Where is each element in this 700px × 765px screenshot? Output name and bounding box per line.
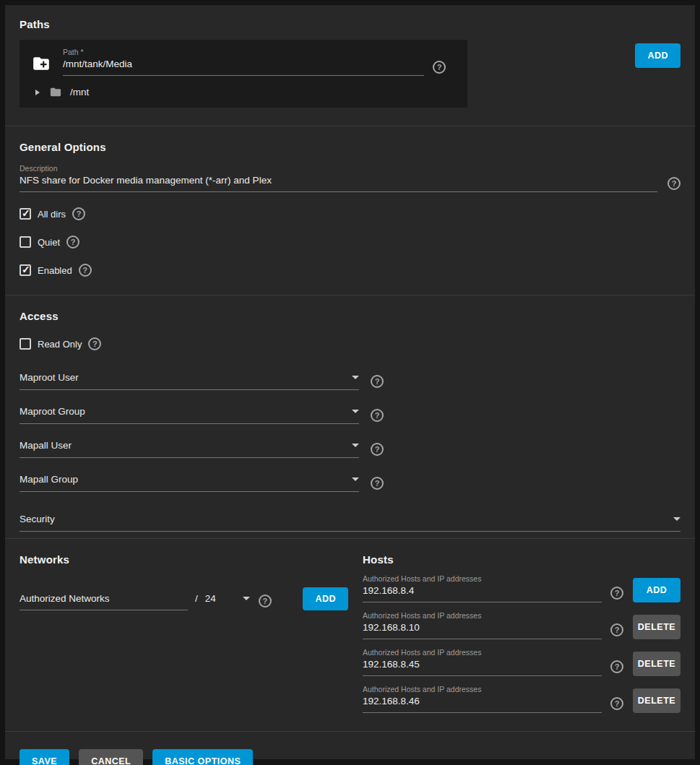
- host-delete-button[interactable]: DELETE: [633, 615, 680, 639]
- host-value[interactable]: 192.168.8.45: [363, 659, 602, 675]
- maproot-group-select[interactable]: Maproot Group: [20, 406, 359, 424]
- quiet-label: Quiet: [38, 237, 60, 248]
- chevron-down-icon: [352, 376, 359, 379]
- host-row-1: Authorized Hosts and IP addresses 192.16…: [363, 574, 680, 602]
- hosts-section-title: Hosts: [363, 539, 680, 566]
- read-only-label: Read Only: [38, 339, 82, 350]
- security-label: Security: [20, 514, 55, 524]
- mapall-group-label: Mapall Group: [20, 474, 78, 485]
- enabled-label: Enabled: [38, 265, 72, 276]
- description-value[interactable]: NFS share for Docker media management (*…: [20, 175, 657, 191]
- all-dirs-checkbox[interactable]: [20, 208, 31, 220]
- help-icon[interactable]: [88, 337, 101, 350]
- authorized-hosts-input[interactable]: Authorized Hosts and IP addresses 192.16…: [363, 648, 602, 676]
- host-delete-button[interactable]: DELETE: [633, 652, 680, 676]
- path-input-label: Path *: [63, 48, 424, 56]
- help-icon[interactable]: [79, 264, 92, 277]
- general-options-title: General Options: [20, 126, 680, 153]
- help-icon[interactable]: [66, 235, 79, 248]
- quiet-row: Quiet: [20, 235, 680, 248]
- basic-options-button[interactable]: BASIC OPTIONS: [152, 749, 253, 765]
- access-section: Access Read Only Maproot User Maproot Gr…: [5, 295, 695, 532]
- all-dirs-row: All dirs: [20, 207, 680, 220]
- host-row-2: Authorized Hosts and IP addresses 192.16…: [363, 611, 680, 639]
- networks-add-button[interactable]: ADD: [303, 587, 348, 610]
- help-icon[interactable]: [72, 207, 85, 220]
- mapall-user-select[interactable]: Mapall User: [20, 440, 359, 458]
- help-icon[interactable]: [610, 623, 623, 636]
- help-icon[interactable]: [371, 409, 384, 422]
- maproot-user-label: Maproot User: [20, 372, 79, 383]
- description-input[interactable]: Description NFS share for Docker media m…: [20, 164, 657, 192]
- paths-add-button[interactable]: ADD: [635, 43, 680, 68]
- enabled-row: Enabled: [20, 264, 680, 277]
- path-input-value[interactable]: /mnt/tank/Media: [63, 59, 424, 75]
- help-icon[interactable]: [259, 595, 272, 608]
- tree-item-mnt[interactable]: /mnt: [31, 86, 456, 98]
- mapall-group-select[interactable]: Mapall Group: [20, 474, 359, 492]
- authorized-networks-label[interactable]: Authorized Networks: [20, 593, 188, 610]
- security-select[interactable]: Security: [20, 514, 680, 532]
- maproot-group-label: Maproot Group: [20, 406, 85, 417]
- save-button[interactable]: SAVE: [20, 749, 69, 765]
- folder-icon: [48, 86, 63, 98]
- path-picker-panel: Path * /mnt/tank/Media /mnt: [20, 40, 467, 108]
- networks-hosts-section: Networks Authorized Networks / 24 ADD Ho…: [5, 539, 695, 713]
- mapall-user-label: Mapall User: [20, 440, 72, 451]
- general-options-section: General Options Description NFS share fo…: [5, 126, 695, 277]
- read-only-row: Read Only: [20, 337, 680, 350]
- read-only-checkbox[interactable]: [20, 338, 31, 350]
- chevron-down-icon: [352, 444, 359, 447]
- all-dirs-label: All dirs: [38, 209, 66, 220]
- hosts-column: Hosts Authorized Hosts and IP addresses …: [363, 539, 680, 713]
- quiet-checkbox[interactable]: [20, 236, 31, 248]
- nfs-share-form: Paths Path * /mnt/tank/Media: [5, 5, 695, 759]
- authorized-networks-input[interactable]: Authorized Networks: [20, 593, 188, 610]
- path-input[interactable]: Path * /mnt/tank/Media: [63, 48, 424, 76]
- netmask-value: 24: [205, 593, 216, 604]
- host-value[interactable]: 192.168.8.46: [363, 696, 602, 712]
- description-label: Description: [20, 164, 657, 173]
- cancel-button[interactable]: CANCEL: [79, 749, 143, 765]
- help-icon[interactable]: [610, 697, 623, 710]
- authorized-hosts-label: Authorized Hosts and IP addresses: [363, 611, 602, 620]
- authorized-hosts-label: Authorized Hosts and IP addresses: [363, 574, 602, 583]
- help-icon[interactable]: [371, 375, 384, 388]
- paths-section: Paths Path * /mnt/tank/Media: [5, 5, 695, 108]
- help-icon[interactable]: [433, 61, 446, 74]
- help-icon[interactable]: [371, 443, 384, 456]
- cidr-slash: /: [195, 593, 198, 604]
- host-row-3: Authorized Hosts and IP addresses 192.16…: [363, 648, 680, 676]
- chevron-down-icon: [352, 410, 359, 413]
- chevron-down-icon: [352, 477, 359, 481]
- networks-section-title: Networks: [20, 539, 348, 566]
- netmask-select[interactable]: 24: [205, 593, 250, 604]
- maproot-user-select[interactable]: Maproot User: [20, 372, 359, 390]
- hosts-add-button[interactable]: ADD: [633, 578, 680, 602]
- host-row-4: Authorized Hosts and IP addresses 192.16…: [363, 685, 680, 713]
- authorized-hosts-input[interactable]: Authorized Hosts and IP addresses 192.16…: [363, 685, 602, 713]
- authorized-hosts-input[interactable]: Authorized Hosts and IP addresses 192.16…: [363, 611, 602, 639]
- authorized-hosts-label: Authorized Hosts and IP addresses: [363, 685, 602, 693]
- authorized-hosts-input[interactable]: Authorized Hosts and IP addresses 192.16…: [363, 574, 602, 602]
- help-icon[interactable]: [610, 587, 623, 600]
- chevron-down-icon: [243, 597, 250, 600]
- networks-column: Networks Authorized Networks / 24 ADD: [20, 539, 348, 713]
- authorized-hosts-label: Authorized Hosts and IP addresses: [363, 648, 602, 657]
- access-section-title: Access: [20, 295, 680, 322]
- paths-section-title: Paths: [20, 5, 680, 30]
- help-icon[interactable]: [610, 660, 623, 673]
- host-delete-button[interactable]: DELETE: [633, 688, 680, 713]
- host-value[interactable]: 192.168.8.10: [363, 622, 602, 639]
- help-icon[interactable]: [667, 177, 680, 190]
- create-folder-icon[interactable]: [31, 54, 51, 73]
- form-actions: SAVE CANCEL BASIC OPTIONS: [5, 732, 695, 765]
- expand-arrow-icon[interactable]: [35, 90, 40, 95]
- chevron-down-icon: [673, 517, 680, 521]
- enabled-checkbox[interactable]: [20, 264, 31, 276]
- host-value[interactable]: 192.168.8.4: [363, 585, 602, 602]
- tree-item-label: /mnt: [70, 87, 89, 98]
- help-icon[interactable]: [371, 477, 384, 490]
